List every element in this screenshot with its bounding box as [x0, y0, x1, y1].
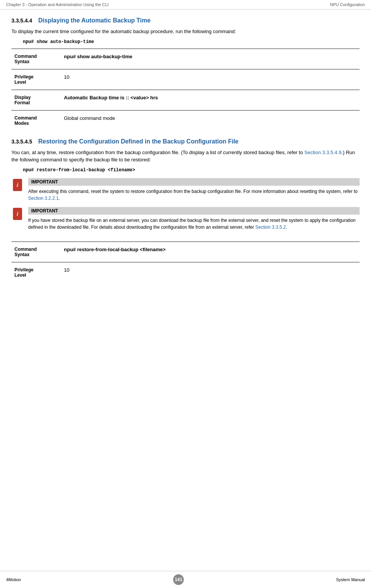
footer-right: System Manual	[336, 577, 365, 582]
label-privilege-level: PrivilegeLevel	[11, 69, 61, 90]
value-privilege-level: 10	[61, 69, 360, 90]
footer-left: 4Motion	[6, 577, 21, 582]
section-3354-command: npu# show auto-backup-time	[23, 39, 360, 45]
page-content: 3.3.5.4.4 Displaying the Automatic Backu…	[0, 10, 371, 290]
section-3345-intro: You can, at any time, restore configurat…	[11, 149, 360, 164]
important-content-2: IMPORTANT If you have stored the backup …	[28, 207, 360, 231]
section-3345-table: CommandSyntax npu# restore-from-local-ba…	[11, 241, 360, 282]
section-3354-table: CommandSyntax npu# show auto-backup-time…	[11, 48, 360, 131]
important-box-2: i IMPORTANT If you have stored the backu…	[11, 207, 360, 231]
table-row-privilege-level: PrivilegeLevel 10	[11, 69, 360, 90]
page-header: Chapter 3 - Operation and Administration…	[0, 0, 371, 10]
page-number: 141	[173, 574, 184, 585]
label-display-format: DisplayFormat	[11, 90, 61, 110]
important-text-2: If you have stored the backup file on an…	[28, 217, 360, 231]
value2-privilege-level: 10	[61, 262, 360, 282]
section-3354-title: 3.3.5.4.4 Displaying the Automatic Backu…	[11, 17, 360, 24]
link-3352[interactable]: Section 3.3.5.2	[255, 225, 286, 230]
info-icon-2: i	[13, 208, 22, 220]
header-left: Chapter 3 - Operation and Administration…	[6, 2, 109, 7]
section-3345-title: 3.3.5.4.5 Restoring the Configuration De…	[11, 138, 360, 145]
value-display-format: Automatic Backup time is :: <value> hrs	[61, 90, 360, 110]
link-3354-9[interactable]: Section 3.3.5.4.9	[304, 150, 342, 155]
important-icon-1: i	[11, 178, 24, 202]
important-content-1: IMPORTANT After executing this command, …	[28, 178, 360, 202]
command-suffix: <filename>	[108, 167, 135, 173]
table-row2-privilege-level: PrivilegeLevel 10	[11, 262, 360, 282]
link-3221[interactable]: Section 3.2.2.1	[28, 196, 59, 201]
important-box-1: i IMPORTANT After executing this command…	[11, 178, 360, 202]
important-title-1: IMPORTANT	[28, 178, 360, 186]
table-row-command-modes: CommandModes Global command mode	[11, 110, 360, 131]
table-row-command-syntax: CommandSyntax npu# show auto-backup-time	[11, 49, 360, 69]
section-3345-command: npu# restore-from-local-backup <filename…	[23, 167, 360, 173]
label2-privilege-level: PrivilegeLevel	[11, 262, 61, 282]
table-row-display-format: DisplayFormat Automatic Backup time is :…	[11, 90, 360, 110]
label-command-modes: CommandModes	[11, 110, 61, 131]
label-line1: CommandSyntax	[14, 54, 37, 64]
header-right: NPU Configuration	[330, 2, 365, 7]
label-command-syntax: CommandSyntax	[11, 49, 61, 69]
value-command-modes: Global command mode	[61, 110, 360, 131]
page-footer: 4Motion 141 System Manual	[0, 571, 371, 588]
section-3354-intro: To display the current time configured f…	[11, 28, 360, 35]
important-icon-2: i	[11, 207, 24, 231]
important-text-1: After executing this command, reset the …	[28, 188, 360, 202]
value-command-syntax: npu# show auto-backup-time	[61, 49, 360, 69]
important-title-2: IMPORTANT	[28, 207, 360, 215]
section-3345-heading: Restoring the Configuration Defined in t…	[38, 138, 239, 145]
value2-command-syntax: npu# restore-from-local-backup <filename…	[61, 242, 360, 262]
section-3354-number: 3.3.5.4.4	[11, 18, 32, 24]
table-row2-command-syntax: CommandSyntax npu# restore-from-local-ba…	[11, 242, 360, 262]
section-3345-number: 3.3.5.4.5	[11, 139, 32, 145]
command-prefix: npu# restore-from-local-backup	[23, 167, 105, 173]
info-icon-1: i	[13, 179, 22, 191]
section-3354-heading: Displaying the Automatic Backup Time	[38, 17, 151, 24]
label2-command-syntax: CommandSyntax	[11, 242, 61, 262]
